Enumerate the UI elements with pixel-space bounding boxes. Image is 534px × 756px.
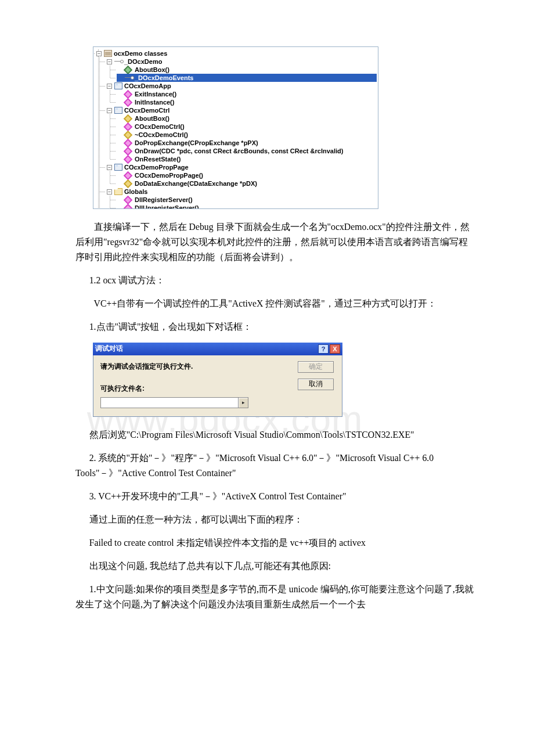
tree-root[interactable]: −ocxDemo classes −_DOcxDemo AboutBox() _… bbox=[96, 49, 377, 209]
method-icon bbox=[124, 179, 133, 188]
method-icon bbox=[124, 146, 133, 156]
paragraph-tool-intro: VC++自带有一个调试控件的工具"ActiveX 控件测试容器"，通过三种方式可… bbox=[75, 296, 476, 311]
debug-dialog: 调试对话 ? X 请为调试会话指定可执行文件. 确定 取消 可执行文件名: ▸ bbox=[93, 343, 342, 417]
help-button[interactable]: ? bbox=[318, 344, 329, 354]
node-label[interactable]: COcxDemoPropPage bbox=[124, 163, 189, 171]
paragraph-reason1: 1.中文问题:如果你的项目类型是多字节的,而不是 unicode 编码的,你可能… bbox=[75, 582, 476, 612]
paragraph-summary: 出现这个问题, 我总结了总共有以下几点,可能还有其他原因: bbox=[75, 559, 476, 574]
method-icon bbox=[124, 114, 133, 123]
expand-icon[interactable]: − bbox=[107, 165, 112, 170]
browse-dropdown-button[interactable]: ▸ bbox=[239, 397, 248, 408]
expand-icon[interactable]: − bbox=[107, 84, 112, 89]
paragraph-step1: 1.点击"调试"按钮，会出现如下对话框： bbox=[75, 319, 476, 334]
paragraph-step2: 2. 系统的"开始"－》"程序"－》"Microsoft Visual C++ … bbox=[75, 451, 476, 481]
paragraph-any-method: 通过上面的任意一种方法，都可以调出下面的程序： bbox=[75, 512, 476, 527]
method-icon bbox=[124, 171, 133, 180]
exe-path-input[interactable] bbox=[100, 397, 239, 408]
close-button[interactable]: X bbox=[330, 344, 340, 354]
class-tree-panel: −ocxDemo classes −_DOcxDemo AboutBox() _… bbox=[93, 46, 378, 209]
heading-debug-method: 1.2 ocx 调试方法： bbox=[75, 273, 476, 288]
node-label[interactable]: COcxDemoApp bbox=[124, 82, 172, 90]
class-tree: −ocxDemo classes −_DOcxDemo AboutBox() _… bbox=[95, 49, 377, 209]
expand-icon[interactable]: − bbox=[96, 51, 102, 56]
node-label[interactable]: COcxDemoCtrl bbox=[124, 106, 170, 114]
node-label[interactable]: _DOcxDemo bbox=[124, 57, 163, 66]
package-icon bbox=[104, 50, 112, 57]
page-content: −ocxDemo classes −_DOcxDemo AboutBox() _… bbox=[75, 46, 476, 613]
method-icon bbox=[124, 138, 133, 147]
interface-icon bbox=[114, 58, 122, 65]
dialog-title-text: 调试对话 bbox=[95, 343, 123, 355]
method-icon bbox=[124, 203, 133, 209]
cancel-button[interactable]: 取消 bbox=[298, 379, 334, 390]
method-icon bbox=[124, 130, 133, 139]
interface-icon bbox=[125, 74, 133, 81]
expand-icon[interactable]: − bbox=[107, 189, 112, 195]
method-icon bbox=[124, 89, 133, 99]
paragraph-compile: 直接编译一下，然后在 Debug 目录下面就会生成一个名为"ocxDemo.oc… bbox=[75, 219, 476, 265]
selected-node[interactable]: _DOcxDemoEvents bbox=[117, 74, 377, 82]
paragraph-step3: 3. VC++开发环境中的"工具"－》"ActiveX Control Test… bbox=[75, 489, 476, 504]
node-label[interactable]: Globals bbox=[124, 188, 148, 196]
class-icon bbox=[114, 82, 122, 89]
method-icon bbox=[124, 122, 133, 131]
ok-button[interactable]: 确定 bbox=[298, 361, 334, 373]
root-label: ocxDemo classes bbox=[113, 49, 168, 57]
class-icon bbox=[114, 107, 122, 114]
paragraph-failed-create: Failed to create control 未指定错误控件本文指的是 vc… bbox=[75, 535, 476, 550]
method-icon bbox=[124, 195, 133, 204]
expand-icon[interactable]: − bbox=[107, 108, 112, 113]
method-icon bbox=[124, 98, 133, 107]
method-label[interactable]: AboutBox() bbox=[134, 66, 170, 74]
folder-icon bbox=[114, 188, 122, 195]
method-icon bbox=[124, 154, 133, 164]
dialog-body: 请为调试会话指定可执行文件. 确定 取消 可执行文件名: ▸ bbox=[93, 355, 342, 417]
class-icon bbox=[114, 164, 122, 171]
method-icon bbox=[124, 65, 133, 74]
dialog-titlebar[interactable]: 调试对话 ? X bbox=[93, 343, 342, 355]
expand-icon[interactable]: − bbox=[107, 59, 112, 64]
paragraph-browse-path: 然后浏览"C:\Program Files\Microsoft Visual S… bbox=[75, 427, 476, 442]
